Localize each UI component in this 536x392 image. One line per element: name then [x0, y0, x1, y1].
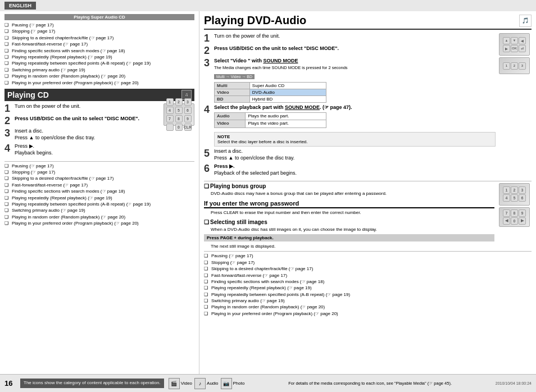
step-number-2: 2	[4, 116, 15, 126]
dvd-step-3: 3 Select "Video " with SOUND MODE The Me…	[204, 58, 496, 71]
language-tab: ENGLISH	[4, 2, 36, 10]
selecting-still-body: When a DVD-Audio disc has still images o…	[204, 226, 494, 233]
footer-note: For details of the media corresponding t…	[288, 381, 452, 386]
dvd-step-num-3: 3	[204, 58, 214, 68]
dvd-steps: 1 Turn on the power of the unit. 2 Press…	[204, 33, 496, 179]
list-item: Fast-forward/fast-reverse (☞ page 17)	[4, 183, 194, 188]
dvd-step-num-6: 6	[204, 163, 214, 174]
dvd-bottom-divider	[204, 251, 532, 252]
dvd-step-1: 1 Turn on the power of the unit.	[204, 33, 496, 43]
dvd-step-text-1: Turn on the power of the unit.	[214, 33, 496, 40]
footer: 16 The icons show the category of conten…	[0, 374, 536, 392]
dvd-bullet-list: Pausing (☞ page 17) Stopping (☞ page 17)…	[204, 253, 532, 317]
dvd-step-text-2: Press USB/DISC on the unit to select "DI…	[214, 45, 496, 52]
cd-step-2-inner: 2 Press USB/DISC on the unit to select "…	[4, 116, 161, 126]
video-icon: 🎬	[169, 378, 180, 389]
table-row-multi: Multi Super Audio CD	[215, 83, 326, 89]
cd-bullet-list: Pausing (☞ page 17) Stopping (☞ page 17)…	[4, 163, 194, 227]
list-item: Stopping (☞ page 17)	[4, 29, 194, 34]
table-row-bd: BD Hybrid BD	[215, 96, 326, 103]
list-item: Fast-forward/fast-reverse (☞ page 17)	[4, 42, 194, 47]
wrong-password-title: If you enter the wrong password	[204, 200, 494, 208]
dvd-step-5: 5 Insert a disc. Press ▲ to open/close t…	[204, 148, 496, 161]
list-item: Finding specific sections with search mo…	[4, 189, 194, 194]
dvd-audio-header: Playing DVD-Audio 🎵	[204, 14, 532, 30]
divider	[4, 161, 194, 162]
dvd-step-num-1: 1	[204, 33, 214, 43]
mode-table-container: Multi Super Audio CD Video DVD-Audio BD …	[214, 82, 496, 103]
step-text-1: Turn on the power of the unit.	[15, 103, 161, 110]
main-content: Playing Super Audio CD Pausing (☞ page 1…	[0, 11, 536, 374]
list-item: Fast-forward/fast-reverse (☞ page 17)	[204, 273, 532, 279]
dvd-audio-title: Playing DVD-Audio	[204, 14, 306, 27]
list-item: Playing repeatedly (Repeat playback) (☞ …	[4, 54, 194, 60]
dvd-step-text-4: Select the playback part with SOUND MODE…	[214, 104, 496, 129]
playback-table: Audio Plays the audio part. Video Plays …	[214, 112, 326, 128]
dvd-right-images: ▲ ▼ ◀ ▶ OK ⏎ 1 2 3	[499, 33, 532, 179]
keypad-image-1: 123 456	[499, 183, 530, 206]
dvd-remote-image-2: 1 2 3	[499, 57, 530, 74]
dvd-bottom-left: Playing bonus group DVD-Audio discs may …	[204, 183, 494, 250]
dvd-step-text-3: Select "Video " with SOUND MODE The Medi…	[214, 58, 496, 71]
list-item: Skipping to a desired chapter/track/file…	[4, 35, 194, 41]
cd-step-1-row: 1 Turn on the power of the unit. 2 Press…	[4, 103, 194, 159]
list-item: Pausing (☞ page 17)	[4, 22, 194, 28]
dvd-step-num-2: 2	[204, 45, 214, 56]
keypad-image-2: 789 ◀0▶	[499, 207, 530, 227]
step-number-4: 4	[4, 143, 15, 153]
list-item: Playing in your preferred order (Program…	[204, 311, 532, 317]
list-item: Playing repeatedly (Repeat playback) (☞ …	[4, 195, 194, 201]
dvd-step-4: 4 Select the playback part with SOUND MO…	[204, 104, 496, 129]
wrong-password-body: Press CLEAR to erase the input number an…	[204, 209, 494, 216]
dvd-bottom: Playing bonus group DVD-Audio discs may …	[204, 183, 532, 250]
right-column: Playing DVD-Audio 🎵 1 Turn on the power …	[199, 11, 536, 374]
table-row-video: Video DVD-Audio	[215, 89, 326, 96]
list-item: Finding specific sections with search mo…	[204, 279, 532, 285]
dvd-content: 1 Turn on the power of the unit. 2 Press…	[204, 33, 532, 179]
dvd-step-text-5: Insert a disc. Press ▲ to open/close the…	[214, 148, 496, 161]
list-item: Stopping (☞ page 17)	[204, 260, 532, 266]
list-item: Playing in random order (Random playback…	[204, 304, 532, 310]
step-number-3: 3	[4, 128, 15, 138]
list-item: Switching primary audio (☞ page 19)	[204, 298, 532, 304]
list-item: Pausing (☞ page 17)	[4, 163, 194, 169]
press-bar-sub: The next still image is displayed.	[204, 243, 494, 249]
list-item: Playing in your preferred order (Program…	[4, 80, 194, 86]
footer-icon-video: 🎬 Video	[169, 378, 192, 389]
cd-step-1-inner: 1 Turn on the power of the unit.	[4, 103, 161, 113]
list-item: Playing repeatedly between specified poi…	[204, 292, 532, 298]
super-audio-section-title: Playing Super Audio CD	[4, 14, 194, 20]
left-column: Playing Super Audio CD Pausing (☞ page 1…	[0, 11, 199, 374]
page-number: 16	[4, 379, 16, 388]
step-text-3: Insert a disc. Press ▲ to open/close the…	[15, 128, 161, 141]
super-audio-bullet-list: Pausing (☞ page 17) Stopping (☞ page 17)…	[4, 22, 194, 86]
note-box: NOTE Select the disc layer before a disc…	[214, 132, 496, 147]
bonus-group-body: DVD-Audio discs may have a bonus group t…	[204, 190, 494, 197]
cd-steps-image: 123 456 789 0CLR	[163, 103, 194, 126]
dvd-step-num-5: 5	[204, 148, 214, 158]
table-row-audio: Audio Plays the audio part.	[215, 113, 326, 120]
list-item: Playing repeatedly between specified poi…	[4, 61, 194, 66]
dvd-step-2: 2 Press USB/DISC on the unit to select "…	[204, 45, 496, 56]
dvd-icon: 🎵	[519, 15, 532, 27]
list-item: Finding specific sections with search mo…	[4, 48, 194, 54]
cd-step-4-inner: 4 Press ▶. Playback begins.	[4, 143, 161, 156]
selecting-still-title: Selecting still images	[204, 219, 494, 225]
footer-icon-audio: ♪ Audio	[194, 378, 218, 389]
list-item: Skipping to a desired chapter/track/file…	[4, 176, 194, 181]
playing-cd-title: Playing CD	[7, 90, 49, 99]
list-item: Playing in random order (Random playback…	[4, 74, 194, 79]
bonus-group-title: Playing bonus group	[204, 183, 494, 189]
list-item: Playing repeatedly (Repeat playback) (☞ …	[204, 285, 532, 291]
header: ENGLISH	[0, 0, 536, 11]
mode-switcher-bar: Multi → Video → BD	[214, 74, 255, 79]
footer-icon-photo: 📷 Photo	[221, 378, 245, 389]
press-bar: Press PAGE + during playback.	[204, 234, 494, 241]
dvd-step-num-4: 4	[204, 104, 214, 115]
footer-icons: 🎬 Video ♪ Audio 📷 Photo	[169, 378, 245, 389]
dvd-step-text-6: Press ▶. Playback of the selected part b…	[214, 163, 496, 176]
footer-date: 2010/10/04 18:00:24	[496, 381, 532, 385]
dvd-bottom-images: 123 456 789 ◀0▶	[499, 183, 532, 250]
photo-icon: 📷	[221, 378, 232, 389]
list-item: Playing repeatedly between specified poi…	[4, 202, 194, 207]
